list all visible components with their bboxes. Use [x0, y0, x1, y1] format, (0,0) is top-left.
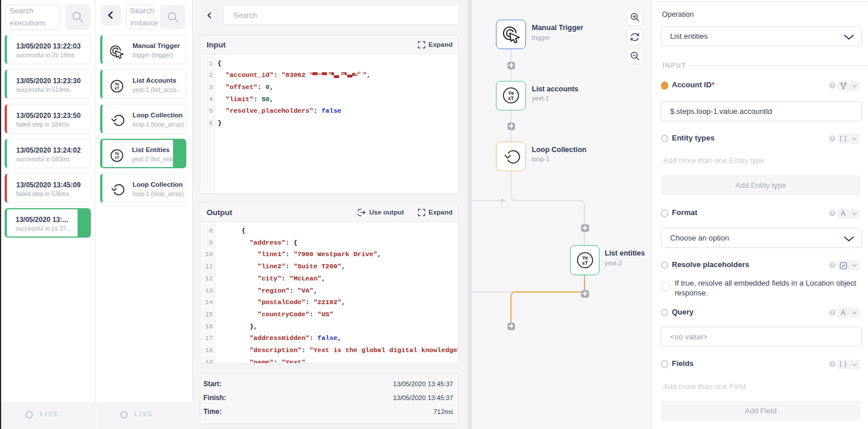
- svg-text:Ye: Ye: [115, 151, 119, 155]
- svg-text:xT: xT: [115, 86, 120, 90]
- svg-text:xT: xT: [508, 95, 514, 101]
- svg-text:Ye: Ye: [115, 82, 119, 86]
- svg-text:xT: xT: [115, 156, 120, 160]
- svg-text:xT: xT: [582, 260, 589, 265]
